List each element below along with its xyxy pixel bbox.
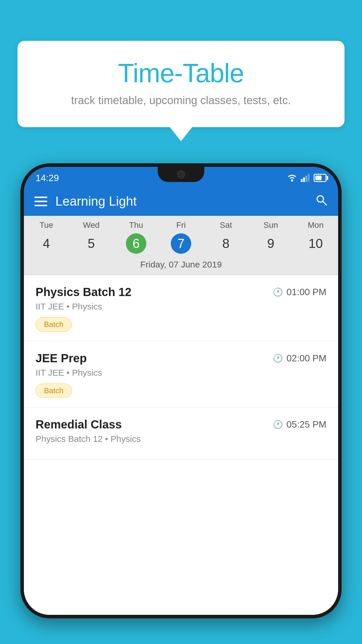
day-name: Wed — [69, 220, 114, 230]
speech-bubble-container: Time-Table track timetable, upcoming cla… — [17, 41, 345, 127]
phone-outer: 14:29 — [20, 163, 342, 618]
schedule-item-subtitle: Physics Batch 12 • Physics — [36, 434, 326, 444]
phone-screen: 14:29 — [24, 167, 338, 615]
day-col[interactable]: Sun9 — [248, 220, 293, 254]
schedule-item-subtitle: IIT JEE • Physics — [36, 368, 326, 378]
svg-line-6 — [323, 201, 326, 205]
schedule-item-header: Physics Batch 12🕐01:00 PM — [36, 286, 326, 299]
batch-badge: Batch — [36, 317, 72, 332]
day-number: 9 — [261, 233, 281, 254]
day-col[interactable]: Fri7 — [159, 220, 203, 254]
day-number: 7 — [171, 233, 191, 254]
schedule-item[interactable]: Remedial Class🕐05:25 PMPhysics Batch 12 … — [24, 407, 338, 459]
svg-rect-3 — [305, 176, 307, 182]
day-col[interactable]: Sat8 — [203, 220, 248, 254]
phone-camera — [177, 170, 185, 178]
clock-icon: 🕐 — [273, 420, 283, 429]
signal-icon — [301, 174, 310, 182]
speech-bubble: Time-Table track timetable, upcoming cla… — [17, 41, 345, 127]
wifi-icon — [287, 174, 297, 182]
schedule-item-header: Remedial Class🕐05:25 PM — [36, 418, 326, 431]
schedule-item-time: 🕐02:00 PM — [273, 353, 326, 364]
day-number: 5 — [81, 233, 101, 254]
day-number: 10 — [305, 233, 326, 254]
schedule-item[interactable]: JEE Prep🕐02:00 PMIIT JEE • PhysicsBatch — [24, 341, 338, 407]
svg-rect-1 — [301, 179, 303, 182]
time-value: 01:00 PM — [287, 287, 326, 298]
app-bar: Learning Light — [24, 187, 338, 216]
app-title: Learning Light — [55, 194, 307, 209]
svg-rect-4 — [308, 174, 310, 182]
schedule-item-subtitle: IIT JEE • Physics — [36, 302, 326, 312]
phone-notch — [158, 167, 204, 182]
batch-badge: Batch — [36, 384, 72, 398]
schedule-container: Physics Batch 12🕐01:00 PMIIT JEE • Physi… — [24, 275, 338, 615]
schedule-item-title: Physics Batch 12 — [36, 286, 131, 299]
battery-icon — [314, 174, 326, 182]
schedule-item-title: JEE Prep — [36, 352, 87, 365]
day-number: 4 — [36, 233, 57, 254]
day-name: Mon — [293, 220, 338, 230]
day-number: 8 — [216, 233, 236, 254]
phone-mockup: 14:29 — [20, 163, 342, 644]
schedule-item[interactable]: Physics Batch 12🕐01:00 PMIIT JEE • Physi… — [24, 275, 338, 341]
calendar-week-header: Tue4Wed5Thu6Fri7Sat8Sun9Mon10 — [24, 216, 338, 256]
day-name: Sun — [248, 220, 293, 230]
clock-icon: 🕐 — [273, 287, 283, 297]
day-name: Sat — [203, 220, 248, 230]
schedule-item-header: JEE Prep🕐02:00 PM — [36, 352, 326, 365]
battery-fill — [315, 176, 321, 180]
search-icon[interactable] — [315, 193, 328, 209]
time-value: 05:25 PM — [287, 419, 326, 430]
day-number: 6 — [126, 233, 146, 254]
day-col[interactable]: Wed5 — [69, 220, 114, 254]
hamburger-icon[interactable] — [34, 197, 47, 206]
selected-date-label: Friday, 07 June 2019 — [24, 256, 338, 275]
status-icons — [287, 174, 326, 182]
schedule-item-time: 🕐05:25 PM — [273, 419, 326, 430]
day-name: Tue — [24, 220, 69, 230]
schedule-item-title: Remedial Class — [36, 418, 122, 431]
day-col[interactable]: Tue4 — [24, 220, 69, 254]
bubble-title: Time-Table — [41, 58, 321, 88]
day-col[interactable]: Mon10 — [293, 220, 338, 254]
day-name: Thu — [114, 220, 159, 230]
svg-rect-2 — [303, 177, 305, 182]
svg-point-0 — [291, 180, 293, 182]
status-time: 14:29 — [36, 173, 59, 183]
time-value: 02:00 PM — [287, 353, 326, 364]
clock-icon: 🕐 — [273, 354, 283, 363]
day-col[interactable]: Thu6 — [114, 220, 159, 254]
schedule-item-time: 🕐01:00 PM — [273, 287, 326, 298]
bubble-subtitle: track timetable, upcoming classes, tests… — [41, 94, 321, 107]
day-name: Fri — [159, 220, 203, 230]
